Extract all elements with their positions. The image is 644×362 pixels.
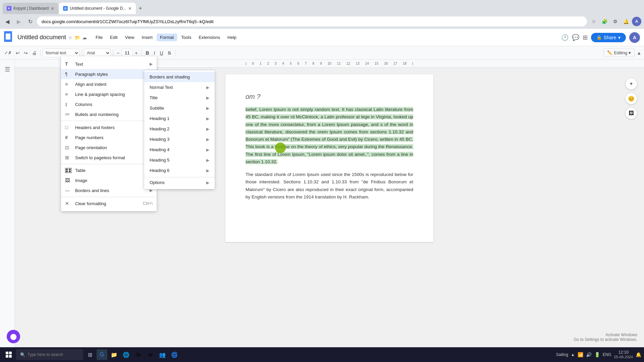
search-placeholder: Type here to search	[28, 352, 63, 357]
collapse-toolbar-button[interactable]: ▲	[637, 50, 641, 56]
format-menu-item-align[interactable]: ≡ Align and indent ▶	[61, 79, 157, 89]
menu-extensions[interactable]: Extensions	[195, 34, 223, 41]
extension-icon-2[interactable]: ⚙	[610, 17, 620, 26]
sub-item-title[interactable]: Title ▶	[144, 93, 215, 103]
sub-item-heading3[interactable]: Heading 3 ▶	[144, 134, 215, 144]
grid-icon[interactable]: ⊞	[583, 34, 588, 41]
format-menu-item-pageless[interactable]: ⊞ Switch to pageless format	[61, 153, 157, 163]
folder-icon[interactable]: 📁	[74, 35, 80, 40]
battery-icon: 🔋	[594, 352, 600, 357]
taskbar-icon-task-view[interactable]: ⊞	[85, 349, 95, 360]
editing-mode-button[interactable]: ✏️ Editing ▾	[603, 49, 635, 57]
menu-tools[interactable]: Tools	[178, 34, 195, 41]
sub-item-heading5[interactable]: Heading 5 ▶	[144, 155, 215, 165]
paragraph-styles-submenu: Borders and shading Normal Text ▶ Title …	[144, 70, 215, 189]
taskbar-icon-files[interactable]: 📁	[109, 349, 119, 360]
history-icon[interactable]: 🕐	[561, 34, 569, 41]
subtitle-arrow: ▶	[206, 106, 209, 111]
redo-button[interactable]: ↪	[22, 48, 30, 58]
taskbar-icon-browser[interactable]: G	[97, 349, 107, 360]
sub-item-heading1[interactable]: Heading 1 ▶	[144, 113, 215, 124]
image-insert-button[interactable]: 🖼	[625, 107, 637, 119]
new-tab-button[interactable]: +	[136, 4, 145, 13]
doc-paragraph-1: belief, Lorem Ipsum is not simply random…	[246, 106, 413, 166]
taskbar-icon-teams[interactable]: 👥	[157, 349, 168, 360]
text-icon: T	[65, 61, 72, 67]
font-size-input[interactable]	[122, 49, 132, 57]
taskbar-icon-edge[interactable]: 🌐	[121, 349, 131, 360]
tab-inactive[interactable]: K Kopyst | Dashboard ✕	[3, 3, 58, 14]
add-comment-button[interactable]: +	[625, 78, 637, 90]
reload-button[interactable]: ↻	[25, 17, 35, 26]
sub-item-heading4[interactable]: Heading 4 ▶	[144, 144, 215, 155]
purple-circle-button[interactable]: ⬤	[7, 330, 20, 343]
page-numbers-icon: #	[65, 135, 72, 140]
spell-check-button[interactable]: ✓✗	[3, 48, 13, 58]
taskbar: 🔍 Type here to search ⊞ G 📁 🌐 🛍 ✉ 👥 🌀 Sa…	[0, 347, 644, 362]
start-button[interactable]	[3, 349, 15, 361]
notification-button[interactable]: 🔔	[636, 352, 641, 357]
sub-item-borders-shading[interactable]: Borders and shading	[144, 72, 215, 82]
sub-item-normal-text[interactable]: Normal Text ▶	[144, 82, 215, 93]
taskbar-icon-chrome[interactable]: 🌀	[169, 349, 180, 360]
heading5-label: Heading 5	[150, 158, 169, 163]
format-menu-item-headers[interactable]: □ Headers and footers ▶	[61, 122, 157, 132]
taskbar-search-box[interactable]: 🔍 Type here to search	[16, 349, 83, 360]
chat-icon[interactable]: 💬	[572, 34, 579, 41]
menu-help[interactable]: Help	[224, 34, 240, 41]
format-menu-item-text[interactable]: T Text ▶	[61, 59, 157, 69]
outline-icon[interactable]: ☰	[3, 64, 12, 75]
menu-file[interactable]: File	[92, 34, 106, 41]
extension-icon-3[interactable]: 🔔	[621, 17, 631, 26]
undo-button[interactable]: ↩	[14, 48, 21, 58]
menu-edit[interactable]: Edit	[107, 34, 121, 41]
print-button[interactable]: 🖨	[30, 48, 38, 58]
tab-active[interactable]: G Untitled document - Google D... ✕	[59, 3, 136, 14]
sidebar-panel: ☰	[0, 60, 15, 347]
tab-close-1[interactable]: ✕	[51, 6, 54, 11]
format-menu-item-columns[interactable]: ⫿ Columns ▶	[61, 99, 157, 109]
extension-icon-1[interactable]: 🧩	[600, 17, 609, 26]
format-menu-item-table[interactable]: Table ▶	[61, 166, 157, 175]
menu-format[interactable]: Format	[157, 34, 177, 41]
text-label: Text	[75, 62, 83, 67]
forward-button[interactable]: ▶	[14, 17, 23, 26]
format-menu-item-spacing[interactable]: ≡ Line & paragraph spacing ▶	[61, 89, 157, 99]
taskbar-icon-mail[interactable]: ✉	[145, 349, 156, 360]
taskbar-icon-store[interactable]: 🛍	[133, 349, 144, 360]
title-label: Title	[150, 95, 158, 100]
format-menu-item-orientation[interactable]: ⊡ Page orientation	[61, 142, 157, 153]
bullets-label: Bullets and numbering	[75, 112, 118, 117]
format-menu-item-bullets[interactable]: ≔ Bullets and numbering ▶	[61, 109, 157, 119]
back-button[interactable]: ◀	[3, 17, 12, 26]
format-menu-item-page-numbers[interactable]: # Page numbers	[61, 132, 157, 142]
sub-item-heading6[interactable]: Heading 6 ▶	[144, 165, 215, 176]
user-avatar-docs[interactable]: A	[629, 32, 640, 43]
tab-close-2[interactable]: ✕	[128, 6, 132, 11]
cloud-save-icon[interactable]: ☁	[82, 35, 87, 40]
user-avatar[interactable]: A	[632, 17, 641, 26]
sub-item-options[interactable]: Options ▶	[144, 177, 215, 188]
emoji-button[interactable]: 😊	[625, 93, 637, 105]
format-menu-item-image[interactable]: 🖼 Image ▶	[61, 175, 157, 185]
address-input[interactable]	[37, 16, 587, 26]
heading4-arrow: ▶	[206, 147, 209, 152]
font-family-select[interactable]: Arial	[84, 49, 111, 57]
share-button[interactable]: 🔒 Share ▾	[591, 33, 626, 42]
tray-up-arrow[interactable]: ▲	[571, 352, 575, 357]
paragraph-style-select[interactable]: Normal text Heading 1 Heading 2	[43, 49, 79, 57]
spacing-label: Line & paragraph spacing	[75, 92, 125, 97]
doc-page: om ? belief, Lorem Ipsum is not simply r…	[225, 74, 433, 242]
format-menu-item-borders[interactable]: — Borders and lines ▶	[61, 185, 157, 195]
strikethrough-button[interactable]: S	[166, 48, 173, 58]
menu-insert[interactable]: Insert	[138, 34, 156, 41]
sub-item-subtitle[interactable]: Subtitle ▶	[144, 103, 215, 113]
menu-view[interactable]: View	[121, 34, 138, 41]
format-menu-item-clear[interactable]: ✕ Clear formatting Ctrl+\	[61, 198, 157, 208]
sub-item-heading2[interactable]: Heading 2 ▶	[144, 124, 215, 134]
format-menu-section-3: Table ▶ 🖼 Image ▶ — Borders and lines ▶	[61, 164, 157, 197]
bookmark-icon[interactable]: ☆	[589, 17, 598, 26]
star-icon[interactable]: ☆	[68, 35, 72, 40]
underline-button[interactable]: U	[158, 48, 165, 58]
format-menu-item-paragraph[interactable]: ¶ Paragraph styles ▶	[61, 69, 157, 79]
